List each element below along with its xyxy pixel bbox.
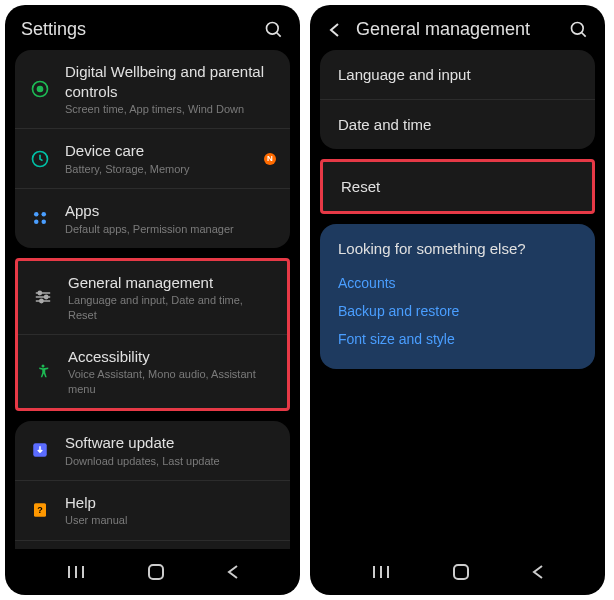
- general-management-icon: [32, 286, 54, 308]
- svg-point-25: [572, 22, 584, 34]
- header: Settings: [5, 5, 300, 50]
- options-group: Language and input Date and time: [320, 50, 595, 149]
- search-icon[interactable]: [264, 20, 284, 40]
- svg-point-12: [38, 292, 41, 295]
- home-icon[interactable]: [147, 563, 165, 581]
- device-care-icon: [29, 148, 51, 170]
- svg-point-13: [45, 296, 48, 299]
- settings-group: Software update Download updates, Last u…: [15, 421, 290, 549]
- settings-item-help[interactable]: ? Help User manual: [15, 481, 290, 541]
- reset-group-highlighted: Reset: [320, 159, 595, 214]
- page-title: General management: [356, 19, 557, 40]
- svg-line-26: [582, 32, 586, 36]
- svg-point-6: [42, 212, 47, 217]
- svg-line-1: [277, 32, 281, 36]
- info-title: Looking for something else?: [338, 240, 577, 257]
- item-subtitle: Voice Assistant, Mono audio, Assistant m…: [68, 367, 273, 396]
- link-accounts[interactable]: Accounts: [338, 269, 577, 297]
- notification-badge: N: [264, 153, 276, 165]
- item-title: Digital Wellbeing and parental controls: [65, 62, 276, 101]
- svg-rect-24: [149, 565, 163, 579]
- accessibility-icon: [32, 361, 54, 383]
- back-icon[interactable]: [531, 564, 545, 580]
- settings-item-device-care[interactable]: Device care Battery, Storage, Memory N: [15, 129, 290, 189]
- settings-content: Digital Wellbeing and parental controls …: [5, 50, 300, 549]
- item-title: Device care: [65, 141, 250, 161]
- settings-item-digital-wellbeing[interactable]: Digital Wellbeing and parental controls …: [15, 50, 290, 129]
- svg-point-3: [38, 87, 43, 92]
- wellbeing-icon: [29, 78, 51, 100]
- svg-point-14: [40, 300, 43, 303]
- svg-point-7: [34, 220, 39, 225]
- link-backup-restore[interactable]: Backup and restore: [338, 297, 577, 325]
- svg-rect-30: [454, 565, 468, 579]
- item-subtitle: Default apps, Permission manager: [65, 222, 276, 236]
- apps-icon: [29, 207, 51, 229]
- settings-item-general-management[interactable]: General management Language and input, D…: [18, 261, 287, 335]
- settings-group-highlighted: General management Language and input, D…: [15, 258, 290, 411]
- settings-screen: Settings Digital Wellbeing and parental …: [5, 5, 300, 595]
- back-icon[interactable]: [226, 564, 240, 580]
- settings-item-about-phone[interactable]: i About phone Status, Legal information,…: [15, 541, 290, 549]
- settings-group: Digital Wellbeing and parental controls …: [15, 50, 290, 248]
- search-icon[interactable]: [569, 20, 589, 40]
- item-subtitle: Download updates, Last update: [65, 454, 276, 468]
- option-language-input[interactable]: Language and input: [320, 50, 595, 100]
- settings-item-apps[interactable]: Apps Default apps, Permission manager: [15, 189, 290, 248]
- svg-point-0: [267, 22, 279, 34]
- settings-item-accessibility[interactable]: Accessibility Voice Assistant, Mono audi…: [18, 335, 287, 408]
- item-subtitle: Language and input, Date and time, Reset: [68, 293, 273, 322]
- navigation-bar: [310, 549, 605, 595]
- item-subtitle: Screen time, App timers, Wind Down: [65, 102, 276, 116]
- svg-text:?: ?: [37, 505, 43, 515]
- settings-item-software-update[interactable]: Software update Download updates, Last u…: [15, 421, 290, 481]
- software-update-icon: [29, 439, 51, 461]
- item-subtitle: Battery, Storage, Memory: [65, 162, 250, 176]
- content: Language and input Date and time Reset L…: [310, 50, 605, 549]
- page-title: Settings: [21, 19, 252, 40]
- general-management-screen: General management Language and input Da…: [310, 5, 605, 595]
- recents-icon[interactable]: [66, 564, 86, 580]
- back-chevron-icon[interactable]: [326, 21, 344, 39]
- item-title: Accessibility: [68, 347, 273, 367]
- svg-point-8: [42, 220, 47, 225]
- item-subtitle: User manual: [65, 513, 276, 527]
- option-date-time[interactable]: Date and time: [320, 100, 595, 149]
- info-card: Looking for something else? Accounts Bac…: [320, 224, 595, 369]
- item-title: Software update: [65, 433, 276, 453]
- option-reset[interactable]: Reset: [323, 162, 592, 211]
- item-title: Apps: [65, 201, 276, 221]
- home-icon[interactable]: [452, 563, 470, 581]
- svg-point-5: [34, 212, 39, 217]
- svg-point-15: [42, 364, 45, 367]
- item-title: General management: [68, 273, 273, 293]
- navigation-bar: [5, 549, 300, 595]
- link-font-size-style[interactable]: Font size and style: [338, 325, 577, 353]
- recents-icon[interactable]: [371, 564, 391, 580]
- item-title: Help: [65, 493, 276, 513]
- help-icon: ?: [29, 499, 51, 521]
- header: General management: [310, 5, 605, 50]
